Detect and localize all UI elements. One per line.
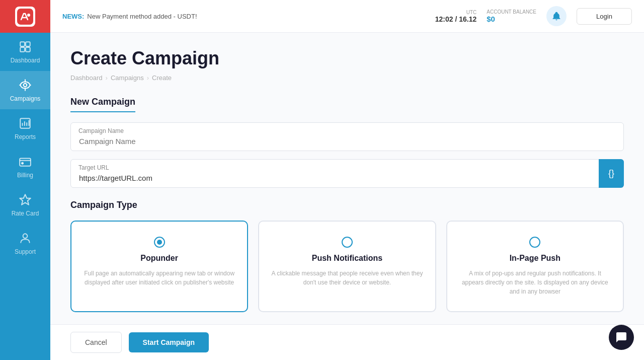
sidebar-support-label: Support xyxy=(15,248,36,255)
support-icon xyxy=(18,231,32,245)
cancel-button[interactable]: Cancel xyxy=(70,332,122,353)
campaign-type-title: Campaign Type xyxy=(70,200,624,210)
breadcrumb-campaigns[interactable]: Campaigns xyxy=(111,74,144,82)
new-campaign-title: New Campaign xyxy=(70,97,135,112)
sidebar: Dashboard Campaigns Reports Billing xyxy=(0,0,50,360)
svg-rect-2 xyxy=(20,42,25,46)
breadcrumb-sep-2: › xyxy=(147,74,149,82)
login-button[interactable]: Login xyxy=(577,8,632,25)
sidebar-billing-label: Billing xyxy=(17,172,33,179)
reports-icon xyxy=(18,116,32,130)
topbar: NEWS: New Payment method added - USDT! U… xyxy=(50,0,644,33)
sidebar-dashboard-label: Dashboard xyxy=(11,57,40,64)
breadcrumb-sep-1: › xyxy=(106,74,108,82)
url-action-icon: {} xyxy=(608,168,614,179)
sidebar-item-support[interactable]: Support xyxy=(0,224,50,262)
svg-point-1 xyxy=(27,14,30,17)
svg-point-10 xyxy=(23,234,28,238)
sidebar-item-rate-card[interactable]: Rate Card xyxy=(0,186,50,224)
svg-point-6 xyxy=(24,84,27,87)
target-url-action-button[interactable]: {} xyxy=(599,159,624,188)
billing-icon xyxy=(18,155,32,169)
bottom-bar: Cancel Start Campaign xyxy=(50,324,644,360)
svg-rect-8 xyxy=(20,159,31,166)
topbar-right: UTC 12:02 / 16.12 ACCOUNT BALANCE $0 Log… xyxy=(435,6,632,26)
popunder-name: Popunder xyxy=(82,254,237,263)
sidebar-reports-label: Reports xyxy=(15,133,36,140)
sidebar-rate-card-label: Rate Card xyxy=(12,210,39,217)
breadcrumb: Dashboard › Campaigns › Create xyxy=(70,74,624,82)
notification-bell-button[interactable] xyxy=(546,6,567,26)
chat-bubble-button[interactable] xyxy=(609,325,634,350)
sidebar-item-campaigns[interactable]: Campaigns xyxy=(0,71,50,109)
campaign-type-section: Campaign Type Popunder Full page an auto… xyxy=(70,200,624,312)
campaigns-icon xyxy=(18,78,32,92)
push-notifications-radio xyxy=(342,237,353,248)
svg-rect-4 xyxy=(20,47,25,52)
utc-block: UTC 12:02 / 16.12 xyxy=(435,10,477,23)
push-notifications-name: Push Notifications xyxy=(269,254,425,263)
content-area: Create Campaign Dashboard › Campaigns › … xyxy=(50,33,644,360)
balance-label: ACCOUNT BALANCE xyxy=(487,9,536,15)
campaign-card-in-page-push[interactable]: In-Page Push A mix of pop-ups and regula… xyxy=(446,221,624,312)
sidebar-campaigns-label: Campaigns xyxy=(10,95,41,102)
logo-icon xyxy=(15,7,35,27)
sidebar-nav: Dashboard Campaigns Reports Billing xyxy=(0,33,50,360)
sidebar-item-reports[interactable]: Reports xyxy=(0,109,50,148)
news-badge: NEWS: xyxy=(62,13,84,20)
page-title: Create Campaign xyxy=(70,48,624,69)
rate-card-icon xyxy=(18,193,32,207)
utc-label: UTC xyxy=(435,10,477,15)
target-url-input[interactable] xyxy=(70,159,624,188)
popunder-desc: Full page an automatically appearing new… xyxy=(82,269,237,287)
campaign-card-push-notifications[interactable]: Push Notifications A clickable message t… xyxy=(258,221,436,312)
svg-rect-3 xyxy=(26,42,30,46)
push-notifications-desc: A clickable message that people receive … xyxy=(269,269,425,287)
balance-block: ACCOUNT BALANCE $0 xyxy=(487,9,536,23)
sidebar-item-billing[interactable]: Billing xyxy=(0,148,50,186)
svg-point-9 xyxy=(22,163,23,164)
main-wrapper: NEWS: New Payment method added - USDT! U… xyxy=(50,0,644,360)
sidebar-item-dashboard[interactable]: Dashboard xyxy=(0,33,50,71)
news-text: New Payment method added - USDT! xyxy=(87,13,197,20)
campaign-name-group: Campaign Name xyxy=(70,122,624,151)
logo[interactable] xyxy=(0,0,50,33)
campaign-name-input[interactable] xyxy=(70,122,624,151)
in-page-push-desc: A mix of pop-ups and regular push notifi… xyxy=(457,269,613,296)
target-url-group: Target URL {} xyxy=(70,159,624,188)
utc-time: 12:02 / 16.12 xyxy=(435,15,477,23)
in-page-push-name: In-Page Push xyxy=(457,254,613,263)
breadcrumb-current: Create xyxy=(152,74,172,82)
in-page-push-radio xyxy=(529,237,540,248)
svg-rect-0 xyxy=(17,9,33,25)
start-campaign-button[interactable]: Start Campaign xyxy=(129,332,209,352)
balance-amount: $0 xyxy=(487,15,536,23)
campaign-cards: Popunder Full page an automatically appe… xyxy=(70,221,624,312)
svg-rect-5 xyxy=(26,47,30,52)
campaign-card-popunder[interactable]: Popunder Full page an automatically appe… xyxy=(70,221,248,312)
breadcrumb-dashboard[interactable]: Dashboard xyxy=(70,74,103,82)
dashboard-icon xyxy=(18,40,32,54)
new-campaign-section: New Campaign Campaign Name Target URL {} xyxy=(70,97,624,188)
popunder-radio xyxy=(154,237,165,248)
